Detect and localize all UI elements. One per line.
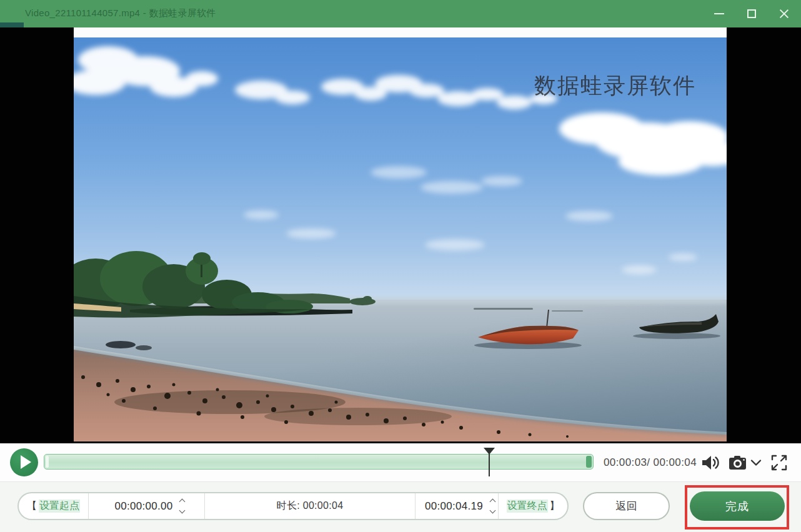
video-frame[interactable]: 数据蛙录屏软件 (74, 27, 727, 441)
play-button[interactable] (10, 448, 38, 476)
video-watermark: 数据蛙录屏软件 (534, 73, 696, 98)
progress-slider[interactable] (44, 454, 594, 470)
close-button[interactable] (776, 6, 792, 22)
app-window: Video_221101144057.mp4 - 数据蛙录屏软件 (0, 0, 801, 532)
fullscreen-button[interactable] (769, 452, 790, 473)
fullscreen-icon (770, 454, 788, 471)
maximize-button[interactable] (744, 6, 760, 22)
camera-icon (728, 453, 748, 472)
play-icon (21, 455, 31, 469)
close-icon (779, 8, 790, 19)
stepper-down-icon (489, 508, 495, 514)
stepper-up-icon (179, 499, 186, 505)
set-start-button[interactable]: 【 设置起点 (27, 500, 80, 513)
titlebar: Video_221101144057.mp4 - 数据蛙录屏软件 (0, 0, 801, 27)
start-bracket: 【 (27, 500, 37, 513)
maximize-icon (747, 9, 756, 18)
volume-icon (700, 453, 720, 472)
snapshot-menu-button[interactable] (749, 452, 764, 473)
minimize-button[interactable] (711, 6, 727, 22)
start-time-stepper[interactable] (180, 500, 184, 513)
start-time-input[interactable] (109, 500, 179, 513)
snapshot-button[interactable] (727, 452, 749, 473)
set-start-label: 设置起点 (39, 500, 80, 513)
duration-label: 时长: 00:00:04 (277, 500, 344, 513)
progress-track-end (586, 456, 592, 468)
trim-controls-group: 【 设置起点 时长: 00:00:04 (17, 492, 569, 520)
back-button[interactable]: 返回 (583, 492, 670, 520)
trim-toolbar: 【 设置起点 时长: 00:00:04 (0, 482, 801, 532)
stepper-up-icon (489, 499, 495, 505)
stepper-down-icon (179, 508, 186, 514)
set-end-label: 设置终点 (507, 500, 548, 513)
chevron-down-icon (750, 459, 762, 466)
end-time-stepper[interactable] (490, 500, 495, 513)
minimize-icon (714, 13, 724, 14)
time-display: 00:00:03/ 00:00:04 (604, 443, 697, 482)
volume-button[interactable] (700, 452, 721, 473)
beach-scene: 数据蛙录屏软件 (74, 27, 727, 441)
titlebar-accent (0, 22, 24, 27)
end-bracket: 】 (550, 500, 560, 513)
set-end-button[interactable]: 设置终点 】 (507, 500, 560, 513)
video-stage: 数据蛙录屏软件 (0, 27, 801, 443)
window-title: Video_221101144057.mp4 - 数据蛙录屏软件 (25, 7, 216, 19)
end-time-input[interactable] (419, 500, 489, 513)
done-button[interactable]: 完成 (690, 491, 785, 521)
window-controls (711, 0, 792, 27)
progress-track-start (46, 456, 49, 468)
playback-bar: 00:00:03/ 00:00:04 (0, 443, 801, 482)
playhead-handle[interactable] (484, 448, 495, 478)
